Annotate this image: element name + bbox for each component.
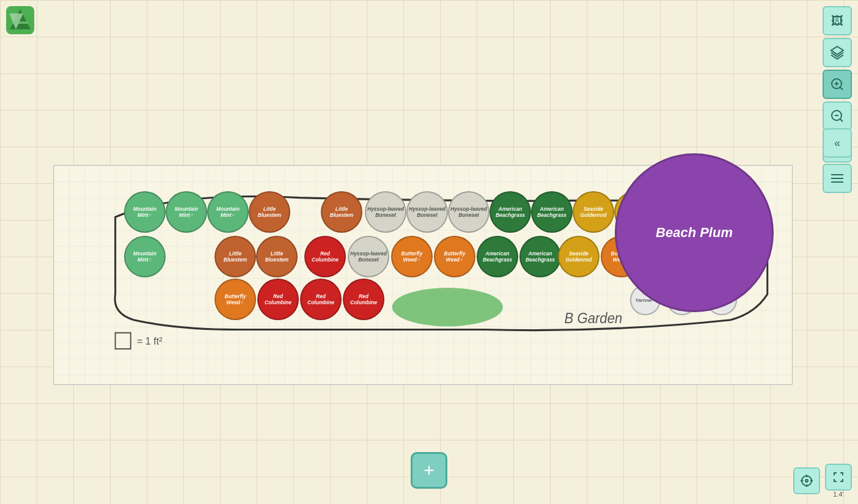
- svg-line-6: [840, 87, 843, 90]
- plant-circle[interactable]: Hyssop-leaved Boneset: [348, 236, 389, 277]
- bottom-controls: 1.4': [793, 464, 852, 498]
- plant-circle[interactable]: Red Columbine: [257, 279, 299, 320]
- svg-point-21: [805, 480, 808, 482]
- plant-circle[interactable]: Butterfly Weed♂: [434, 236, 475, 277]
- svg-rect-3: [12, 21, 28, 24]
- plant-circle[interactable]: Hyssop-leaved Boneset: [448, 191, 490, 233]
- beach-plum-label: Beach Plum: [656, 225, 733, 241]
- plant-circle[interactable]: American Beachgrass: [531, 191, 573, 233]
- plant-circle[interactable]: Butterfly Weed♂: [215, 279, 256, 320]
- canvas-area[interactable]: = 1 ft² B Garden Mountain Mint♂Mountain …: [53, 165, 793, 385]
- layers-button[interactable]: [823, 38, 852, 67]
- plant-circle[interactable]: Mountain Mint♂: [207, 191, 249, 233]
- plant-circle[interactable]: Red Columbine: [304, 236, 346, 277]
- list-button[interactable]: [823, 164, 852, 193]
- plant-circle[interactable]: American Beachgrass: [519, 236, 561, 277]
- plant-circle[interactable]: Mountain Mint♂: [124, 236, 166, 277]
- collapse-button[interactable]: «: [823, 128, 852, 158]
- plant-circle[interactable]: Mountain Mint♂: [124, 191, 166, 233]
- plant-circle[interactable]: Red Columbine: [300, 279, 342, 320]
- scale-label: 1.4': [825, 491, 852, 498]
- beach-plum-circle[interactable]: Beach Plum: [615, 153, 774, 312]
- plant-circle[interactable]: Seaside Goldenrod: [573, 191, 614, 233]
- logo[interactable]: [6, 6, 34, 34]
- zoom-in-button[interactable]: [823, 70, 852, 99]
- svg-point-20: [802, 476, 812, 486]
- target-button[interactable]: [793, 467, 820, 494]
- plant-circle[interactable]: Little Bluestem: [321, 191, 362, 233]
- plant-circle[interactable]: Hyssop-leaved Boneset: [365, 191, 406, 233]
- plant-circle[interactable]: Butterfly Weed♂: [391, 236, 433, 277]
- plant-circle[interactable]: Little Bluestem: [215, 236, 256, 277]
- plant-circle[interactable]: Hyssop-leaved Boneset: [406, 191, 448, 233]
- image-button[interactable]: 🖼: [823, 6, 852, 35]
- fullscreen-button[interactable]: [825, 464, 852, 491]
- plant-circle[interactable]: American Beachgrass: [490, 191, 531, 233]
- plant-circle[interactable]: Little Bluestem: [256, 236, 298, 277]
- add-button[interactable]: +: [411, 452, 447, 489]
- plant-circle[interactable]: Red Columbine: [343, 279, 384, 320]
- plant-circle[interactable]: American Beachgrass: [477, 236, 518, 277]
- plant-circle[interactable]: Mountain Mint♂: [166, 191, 207, 233]
- zoom-out-button[interactable]: [823, 101, 852, 131]
- svg-line-10: [840, 119, 843, 122]
- plant-circle[interactable]: Little Bluestem: [249, 191, 290, 233]
- plant-circle[interactable]: Seaside Goldenrod: [558, 236, 600, 277]
